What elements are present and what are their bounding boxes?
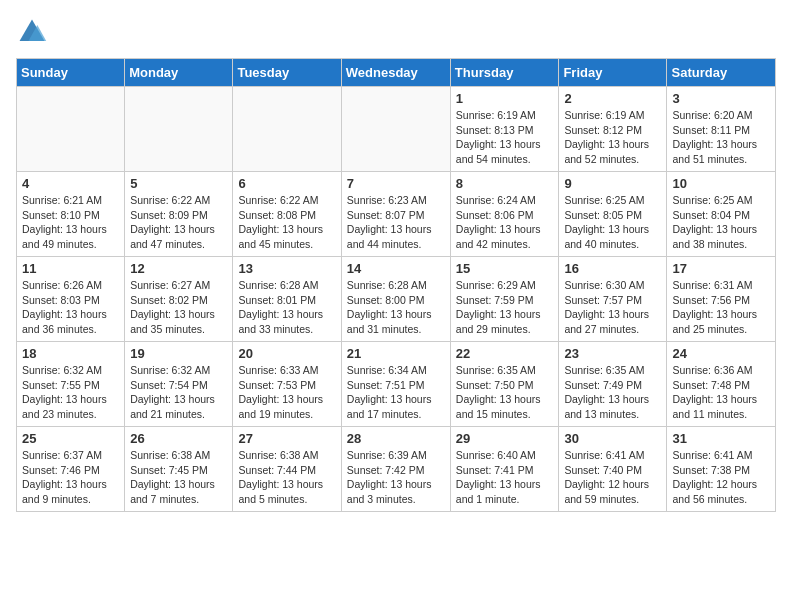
week-row-2: 4Sunrise: 6:21 AMSunset: 8:10 PMDaylight…	[17, 172, 776, 257]
day-number: 21	[347, 346, 445, 361]
calendar-cell: 24Sunrise: 6:36 AMSunset: 7:48 PMDayligh…	[667, 342, 776, 427]
col-header-friday: Friday	[559, 59, 667, 87]
day-number: 18	[22, 346, 119, 361]
calendar-cell: 20Sunrise: 6:33 AMSunset: 7:53 PMDayligh…	[233, 342, 341, 427]
day-info: Sunrise: 6:37 AMSunset: 7:46 PMDaylight:…	[22, 448, 119, 507]
calendar-cell: 31Sunrise: 6:41 AMSunset: 7:38 PMDayligh…	[667, 427, 776, 512]
day-info: Sunrise: 6:40 AMSunset: 7:41 PMDaylight:…	[456, 448, 554, 507]
day-number: 3	[672, 91, 770, 106]
day-number: 13	[238, 261, 335, 276]
calendar-cell: 28Sunrise: 6:39 AMSunset: 7:42 PMDayligh…	[341, 427, 450, 512]
calendar-cell: 1Sunrise: 6:19 AMSunset: 8:13 PMDaylight…	[450, 87, 559, 172]
day-info: Sunrise: 6:39 AMSunset: 7:42 PMDaylight:…	[347, 448, 445, 507]
calendar-cell: 5Sunrise: 6:22 AMSunset: 8:09 PMDaylight…	[125, 172, 233, 257]
col-header-tuesday: Tuesday	[233, 59, 341, 87]
calendar-header-row: SundayMondayTuesdayWednesdayThursdayFrid…	[17, 59, 776, 87]
day-info: Sunrise: 6:28 AMSunset: 8:00 PMDaylight:…	[347, 278, 445, 337]
day-number: 6	[238, 176, 335, 191]
calendar-cell: 7Sunrise: 6:23 AMSunset: 8:07 PMDaylight…	[341, 172, 450, 257]
calendar-cell: 2Sunrise: 6:19 AMSunset: 8:12 PMDaylight…	[559, 87, 667, 172]
calendar-cell: 25Sunrise: 6:37 AMSunset: 7:46 PMDayligh…	[17, 427, 125, 512]
col-header-sunday: Sunday	[17, 59, 125, 87]
day-info: Sunrise: 6:34 AMSunset: 7:51 PMDaylight:…	[347, 363, 445, 422]
day-number: 28	[347, 431, 445, 446]
calendar-table: SundayMondayTuesdayWednesdayThursdayFrid…	[16, 58, 776, 512]
day-info: Sunrise: 6:29 AMSunset: 7:59 PMDaylight:…	[456, 278, 554, 337]
day-number: 7	[347, 176, 445, 191]
calendar-cell	[341, 87, 450, 172]
calendar-cell: 17Sunrise: 6:31 AMSunset: 7:56 PMDayligh…	[667, 257, 776, 342]
calendar-cell: 11Sunrise: 6:26 AMSunset: 8:03 PMDayligh…	[17, 257, 125, 342]
calendar-cell: 21Sunrise: 6:34 AMSunset: 7:51 PMDayligh…	[341, 342, 450, 427]
day-number: 29	[456, 431, 554, 446]
col-header-saturday: Saturday	[667, 59, 776, 87]
day-number: 16	[564, 261, 661, 276]
calendar-cell: 6Sunrise: 6:22 AMSunset: 8:08 PMDaylight…	[233, 172, 341, 257]
day-number: 31	[672, 431, 770, 446]
calendar-cell	[233, 87, 341, 172]
day-number: 10	[672, 176, 770, 191]
day-number: 11	[22, 261, 119, 276]
week-row-1: 1Sunrise: 6:19 AMSunset: 8:13 PMDaylight…	[17, 87, 776, 172]
logo-icon	[16, 16, 48, 48]
day-info: Sunrise: 6:31 AMSunset: 7:56 PMDaylight:…	[672, 278, 770, 337]
day-number: 19	[130, 346, 227, 361]
week-row-3: 11Sunrise: 6:26 AMSunset: 8:03 PMDayligh…	[17, 257, 776, 342]
day-info: Sunrise: 6:26 AMSunset: 8:03 PMDaylight:…	[22, 278, 119, 337]
day-number: 20	[238, 346, 335, 361]
day-number: 26	[130, 431, 227, 446]
col-header-wednesday: Wednesday	[341, 59, 450, 87]
day-info: Sunrise: 6:24 AMSunset: 8:06 PMDaylight:…	[456, 193, 554, 252]
page-header	[16, 16, 776, 48]
day-info: Sunrise: 6:23 AMSunset: 8:07 PMDaylight:…	[347, 193, 445, 252]
day-info: Sunrise: 6:20 AMSunset: 8:11 PMDaylight:…	[672, 108, 770, 167]
day-info: Sunrise: 6:36 AMSunset: 7:48 PMDaylight:…	[672, 363, 770, 422]
day-number: 8	[456, 176, 554, 191]
day-number: 1	[456, 91, 554, 106]
day-info: Sunrise: 6:19 AMSunset: 8:12 PMDaylight:…	[564, 108, 661, 167]
day-info: Sunrise: 6:21 AMSunset: 8:10 PMDaylight:…	[22, 193, 119, 252]
day-number: 15	[456, 261, 554, 276]
day-info: Sunrise: 6:25 AMSunset: 8:04 PMDaylight:…	[672, 193, 770, 252]
calendar-cell	[125, 87, 233, 172]
calendar-cell: 8Sunrise: 6:24 AMSunset: 8:06 PMDaylight…	[450, 172, 559, 257]
day-info: Sunrise: 6:41 AMSunset: 7:40 PMDaylight:…	[564, 448, 661, 507]
calendar-cell: 29Sunrise: 6:40 AMSunset: 7:41 PMDayligh…	[450, 427, 559, 512]
day-number: 2	[564, 91, 661, 106]
day-info: Sunrise: 6:38 AMSunset: 7:45 PMDaylight:…	[130, 448, 227, 507]
day-number: 30	[564, 431, 661, 446]
day-info: Sunrise: 6:35 AMSunset: 7:50 PMDaylight:…	[456, 363, 554, 422]
week-row-4: 18Sunrise: 6:32 AMSunset: 7:55 PMDayligh…	[17, 342, 776, 427]
day-info: Sunrise: 6:32 AMSunset: 7:54 PMDaylight:…	[130, 363, 227, 422]
calendar-cell	[17, 87, 125, 172]
day-info: Sunrise: 6:38 AMSunset: 7:44 PMDaylight:…	[238, 448, 335, 507]
calendar-cell: 19Sunrise: 6:32 AMSunset: 7:54 PMDayligh…	[125, 342, 233, 427]
calendar-cell: 15Sunrise: 6:29 AMSunset: 7:59 PMDayligh…	[450, 257, 559, 342]
calendar-cell: 27Sunrise: 6:38 AMSunset: 7:44 PMDayligh…	[233, 427, 341, 512]
day-number: 23	[564, 346, 661, 361]
day-info: Sunrise: 6:19 AMSunset: 8:13 PMDaylight:…	[456, 108, 554, 167]
day-info: Sunrise: 6:22 AMSunset: 8:08 PMDaylight:…	[238, 193, 335, 252]
day-info: Sunrise: 6:27 AMSunset: 8:02 PMDaylight:…	[130, 278, 227, 337]
calendar-cell: 9Sunrise: 6:25 AMSunset: 8:05 PMDaylight…	[559, 172, 667, 257]
week-row-5: 25Sunrise: 6:37 AMSunset: 7:46 PMDayligh…	[17, 427, 776, 512]
calendar-cell: 12Sunrise: 6:27 AMSunset: 8:02 PMDayligh…	[125, 257, 233, 342]
day-number: 25	[22, 431, 119, 446]
day-info: Sunrise: 6:32 AMSunset: 7:55 PMDaylight:…	[22, 363, 119, 422]
calendar-cell: 4Sunrise: 6:21 AMSunset: 8:10 PMDaylight…	[17, 172, 125, 257]
day-number: 12	[130, 261, 227, 276]
day-info: Sunrise: 6:35 AMSunset: 7:49 PMDaylight:…	[564, 363, 661, 422]
day-info: Sunrise: 6:30 AMSunset: 7:57 PMDaylight:…	[564, 278, 661, 337]
calendar-cell: 3Sunrise: 6:20 AMSunset: 8:11 PMDaylight…	[667, 87, 776, 172]
col-header-thursday: Thursday	[450, 59, 559, 87]
day-info: Sunrise: 6:22 AMSunset: 8:09 PMDaylight:…	[130, 193, 227, 252]
calendar-cell: 13Sunrise: 6:28 AMSunset: 8:01 PMDayligh…	[233, 257, 341, 342]
day-number: 5	[130, 176, 227, 191]
calendar-cell: 18Sunrise: 6:32 AMSunset: 7:55 PMDayligh…	[17, 342, 125, 427]
day-number: 22	[456, 346, 554, 361]
calendar-cell: 16Sunrise: 6:30 AMSunset: 7:57 PMDayligh…	[559, 257, 667, 342]
day-info: Sunrise: 6:25 AMSunset: 8:05 PMDaylight:…	[564, 193, 661, 252]
logo	[16, 16, 52, 48]
day-number: 9	[564, 176, 661, 191]
day-number: 27	[238, 431, 335, 446]
